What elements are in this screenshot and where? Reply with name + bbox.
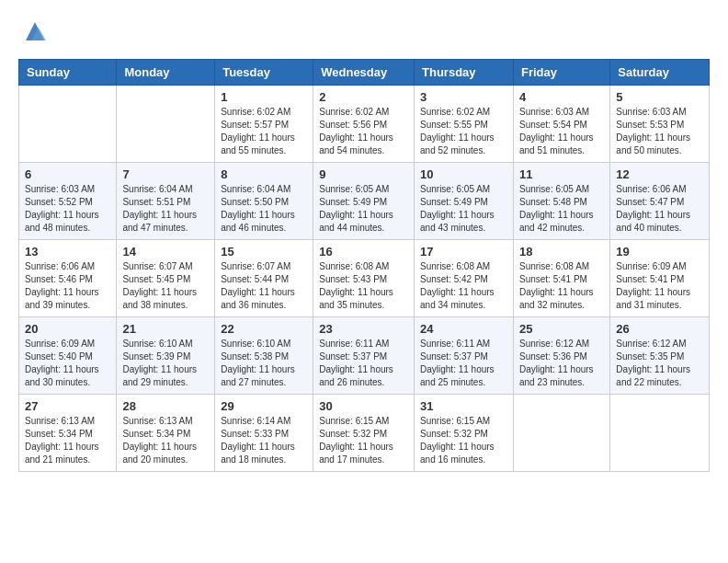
day-number: 26: [616, 322, 703, 336]
calendar-cell: 1Sunrise: 6:02 AMSunset: 5:57 PMDaylight…: [215, 86, 313, 163]
day-number: 13: [25, 245, 110, 259]
week-row-5: 27Sunrise: 6:13 AMSunset: 5:34 PMDayligh…: [19, 395, 710, 472]
calendar-cell: 22Sunrise: 6:10 AMSunset: 5:38 PMDayligh…: [215, 317, 313, 395]
day-number: 11: [519, 167, 604, 181]
day-info: Sunrise: 6:08 AMSunset: 5:42 PMDaylight:…: [420, 260, 507, 312]
day-number: 30: [319, 399, 408, 413]
day-info: Sunrise: 6:14 AMSunset: 5:33 PMDaylight:…: [221, 415, 307, 466]
calendar-cell: 23Sunrise: 6:11 AMSunset: 5:37 PMDayligh…: [313, 317, 415, 395]
calendar-cell: 25Sunrise: 6:12 AMSunset: 5:36 PMDayligh…: [513, 317, 609, 395]
day-info: Sunrise: 6:10 AMSunset: 5:39 PMDaylight:…: [122, 338, 209, 389]
day-number: 25: [519, 322, 604, 336]
day-info: Sunrise: 6:13 AMSunset: 5:34 PMDaylight:…: [122, 415, 209, 466]
day-number: 9: [319, 167, 408, 181]
calendar-cell: 14Sunrise: 6:07 AMSunset: 5:45 PMDayligh…: [117, 240, 215, 317]
calendar-cell: 2Sunrise: 6:02 AMSunset: 5:56 PMDaylight…: [313, 86, 415, 163]
weekday-header-row: SundayMondayTuesdayWednesdayThursdayFrid…: [19, 60, 710, 86]
weekday-header-tuesday: Tuesday: [215, 60, 313, 86]
day-info: Sunrise: 6:12 AMSunset: 5:36 PMDaylight:…: [519, 338, 604, 389]
day-number: 6: [25, 167, 110, 181]
day-number: 2: [319, 90, 408, 104]
calendar-cell: [513, 395, 609, 472]
day-number: 1: [221, 90, 307, 104]
calendar-table: SundayMondayTuesdayWednesdayThursdayFrid…: [18, 59, 710, 472]
calendar-cell: 8Sunrise: 6:04 AMSunset: 5:50 PMDaylight…: [215, 163, 313, 240]
calendar-cell: 13Sunrise: 6:06 AMSunset: 5:46 PMDayligh…: [19, 240, 117, 317]
calendar-cell: 15Sunrise: 6:07 AMSunset: 5:44 PMDayligh…: [215, 240, 313, 317]
day-info: Sunrise: 6:03 AMSunset: 5:52 PMDaylight:…: [25, 183, 110, 235]
day-info: Sunrise: 6:09 AMSunset: 5:40 PMDaylight:…: [25, 338, 110, 389]
day-info: Sunrise: 6:15 AMSunset: 5:32 PMDaylight:…: [319, 415, 408, 466]
day-info: Sunrise: 6:03 AMSunset: 5:54 PMDaylight:…: [519, 106, 604, 157]
calendar-cell: 26Sunrise: 6:12 AMSunset: 5:35 PMDayligh…: [610, 317, 710, 395]
day-info: Sunrise: 6:11 AMSunset: 5:37 PMDaylight:…: [319, 338, 408, 389]
day-number: 31: [420, 399, 507, 413]
day-number: 21: [122, 322, 209, 336]
calendar-cell: 30Sunrise: 6:15 AMSunset: 5:32 PMDayligh…: [313, 395, 415, 472]
day-number: 12: [616, 167, 703, 181]
day-info: Sunrise: 6:02 AMSunset: 5:55 PMDaylight:…: [420, 106, 507, 157]
calendar-cell: 4Sunrise: 6:03 AMSunset: 5:54 PMDaylight…: [513, 86, 609, 163]
calendar-cell: 21Sunrise: 6:10 AMSunset: 5:39 PMDayligh…: [117, 317, 215, 395]
day-number: 17: [420, 245, 507, 259]
page-header: [18, 18, 710, 44]
day-info: Sunrise: 6:08 AMSunset: 5:43 PMDaylight:…: [319, 260, 408, 312]
day-number: 5: [616, 90, 703, 104]
weekday-header-saturday: Saturday: [610, 60, 710, 86]
calendar-cell: 28Sunrise: 6:13 AMSunset: 5:34 PMDayligh…: [117, 395, 215, 472]
calendar-cell: 24Sunrise: 6:11 AMSunset: 5:37 PMDayligh…: [415, 317, 514, 395]
day-info: Sunrise: 6:13 AMSunset: 5:34 PMDaylight:…: [25, 415, 110, 466]
day-number: 15: [221, 245, 307, 259]
calendar-cell: 20Sunrise: 6:09 AMSunset: 5:40 PMDayligh…: [19, 317, 117, 395]
day-info: Sunrise: 6:11 AMSunset: 5:37 PMDaylight:…: [420, 338, 507, 389]
day-info: Sunrise: 6:05 AMSunset: 5:49 PMDaylight:…: [319, 183, 408, 235]
calendar-cell: 19Sunrise: 6:09 AMSunset: 5:41 PMDayligh…: [610, 240, 710, 317]
day-info: Sunrise: 6:08 AMSunset: 5:41 PMDaylight:…: [519, 260, 604, 312]
calendar-cell: 3Sunrise: 6:02 AMSunset: 5:55 PMDaylight…: [415, 86, 514, 163]
day-info: Sunrise: 6:02 AMSunset: 5:57 PMDaylight:…: [221, 106, 307, 157]
day-info: Sunrise: 6:02 AMSunset: 5:56 PMDaylight:…: [319, 106, 408, 157]
calendar-cell: 29Sunrise: 6:14 AMSunset: 5:33 PMDayligh…: [215, 395, 313, 472]
day-info: Sunrise: 6:12 AMSunset: 5:35 PMDaylight:…: [616, 338, 703, 389]
day-number: 16: [319, 245, 408, 259]
logo: [18, 18, 48, 44]
day-number: 20: [25, 322, 110, 336]
calendar-cell: 6Sunrise: 6:03 AMSunset: 5:52 PMDaylight…: [19, 163, 117, 240]
calendar-cell: 18Sunrise: 6:08 AMSunset: 5:41 PMDayligh…: [513, 240, 609, 317]
week-row-4: 20Sunrise: 6:09 AMSunset: 5:40 PMDayligh…: [19, 317, 710, 395]
day-number: 23: [319, 322, 408, 336]
calendar-cell: 16Sunrise: 6:08 AMSunset: 5:43 PMDayligh…: [313, 240, 415, 317]
weekday-header-sunday: Sunday: [19, 60, 117, 86]
day-info: Sunrise: 6:07 AMSunset: 5:45 PMDaylight:…: [122, 260, 209, 312]
day-info: Sunrise: 6:09 AMSunset: 5:41 PMDaylight:…: [616, 260, 703, 312]
day-number: 3: [420, 90, 507, 104]
weekday-header-wednesday: Wednesday: [313, 60, 415, 86]
day-info: Sunrise: 6:07 AMSunset: 5:44 PMDaylight:…: [221, 260, 307, 312]
calendar-cell: [19, 86, 117, 163]
day-info: Sunrise: 6:03 AMSunset: 5:53 PMDaylight:…: [616, 106, 703, 157]
day-info: Sunrise: 6:05 AMSunset: 5:48 PMDaylight:…: [519, 183, 604, 235]
day-number: 8: [221, 167, 307, 181]
calendar-cell: 10Sunrise: 6:05 AMSunset: 5:49 PMDayligh…: [415, 163, 514, 240]
day-number: 27: [25, 399, 110, 413]
weekday-header-monday: Monday: [117, 60, 215, 86]
week-row-3: 13Sunrise: 6:06 AMSunset: 5:46 PMDayligh…: [19, 240, 710, 317]
day-number: 14: [122, 245, 209, 259]
weekday-header-friday: Friday: [513, 60, 609, 86]
calendar-cell: 27Sunrise: 6:13 AMSunset: 5:34 PMDayligh…: [19, 395, 117, 472]
week-row-1: 1Sunrise: 6:02 AMSunset: 5:57 PMDaylight…: [19, 86, 710, 163]
calendar-cell: 17Sunrise: 6:08 AMSunset: 5:42 PMDayligh…: [415, 240, 514, 317]
logo-icon: [22, 18, 48, 44]
day-info: Sunrise: 6:04 AMSunset: 5:50 PMDaylight:…: [221, 183, 307, 235]
day-number: 10: [420, 167, 507, 181]
day-info: Sunrise: 6:05 AMSunset: 5:49 PMDaylight:…: [420, 183, 507, 235]
calendar-cell: 7Sunrise: 6:04 AMSunset: 5:51 PMDaylight…: [117, 163, 215, 240]
day-number: 24: [420, 322, 507, 336]
day-number: 7: [122, 167, 209, 181]
day-number: 4: [519, 90, 604, 104]
day-info: Sunrise: 6:06 AMSunset: 5:46 PMDaylight:…: [25, 260, 110, 312]
calendar-cell: 31Sunrise: 6:15 AMSunset: 5:32 PMDayligh…: [415, 395, 514, 472]
calendar-cell: 9Sunrise: 6:05 AMSunset: 5:49 PMDaylight…: [313, 163, 415, 240]
week-row-2: 6Sunrise: 6:03 AMSunset: 5:52 PMDaylight…: [19, 163, 710, 240]
calendar-cell: 5Sunrise: 6:03 AMSunset: 5:53 PMDaylight…: [610, 86, 710, 163]
